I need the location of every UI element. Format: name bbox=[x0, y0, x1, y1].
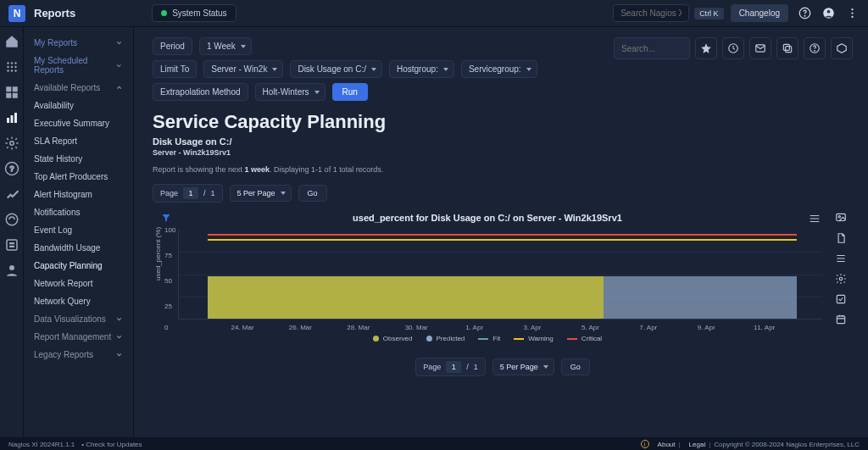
perpage-select[interactable]: 5 Per Page bbox=[230, 185, 292, 202]
chart-list-icon[interactable] bbox=[834, 252, 848, 265]
chart-calendar-icon[interactable] bbox=[834, 313, 848, 326]
favorite-icon[interactable] bbox=[695, 37, 717, 59]
go-button[interactable]: Go bbox=[561, 358, 590, 375]
svg-rect-21 bbox=[10, 115, 13, 123]
pager-top: Page / 1 bbox=[153, 184, 223, 203]
chart-filter-icon[interactable] bbox=[161, 213, 171, 225]
sidebar-item-state-history[interactable]: State History bbox=[24, 150, 133, 168]
svg-point-3 bbox=[826, 10, 830, 14]
sidebar-item-alert-histogram[interactable]: Alert Histogram bbox=[24, 186, 133, 203]
report-description: Report is showing the next 1 week. Displ… bbox=[153, 165, 853, 174]
svg-point-5 bbox=[851, 12, 853, 14]
sidebar-section-dataviz[interactable]: Data Visualizations bbox=[24, 310, 133, 328]
legend-predicted[interactable]: Predicted bbox=[426, 335, 465, 342]
sidebar-section-report-mgmt[interactable]: Report Management bbox=[24, 328, 133, 346]
svg-point-23 bbox=[9, 142, 14, 146]
sidebar-item-capacity-planning[interactable]: Capacity Planning bbox=[24, 257, 133, 275]
chart-checkbox-icon[interactable] bbox=[834, 292, 848, 306]
check-updates-link[interactable]: • Check for Updates bbox=[81, 441, 142, 448]
sidebar-item-executive-summary[interactable]: Executive Summary bbox=[24, 114, 133, 132]
x-tick: 24. Mar bbox=[231, 324, 253, 331]
svg-rect-41 bbox=[837, 316, 844, 324]
sidebar-item-top-alert-producers[interactable]: Top Alert Producers bbox=[24, 168, 133, 186]
views-icon[interactable] bbox=[4, 59, 19, 75]
dashboards-icon[interactable] bbox=[4, 85, 19, 100]
legend-observed[interactable]: Observed bbox=[373, 335, 413, 342]
chart-doc-icon[interactable] bbox=[834, 231, 848, 245]
legend-fit[interactable]: Fit bbox=[478, 335, 500, 342]
sidebar-item-network-report[interactable]: Network Report bbox=[24, 275, 133, 292]
pager-sep: / bbox=[203, 189, 206, 197]
email-icon[interactable] bbox=[749, 37, 771, 59]
logo[interactable]: N bbox=[8, 5, 25, 22]
svg-point-6 bbox=[851, 16, 853, 18]
pager-current-input[interactable] bbox=[446, 361, 461, 373]
sidebar-section-available[interactable]: Available Reports bbox=[24, 79, 133, 97]
legend-warning[interactable]: Warning bbox=[514, 335, 554, 342]
sidebar-item-sla-report[interactable]: SLA Report bbox=[24, 132, 133, 150]
help-rail-icon[interactable]: ? bbox=[4, 161, 19, 176]
copy-icon[interactable] bbox=[776, 37, 798, 59]
info-icon[interactable]: i bbox=[641, 440, 649, 448]
period-select[interactable]: 1 Week bbox=[199, 37, 252, 55]
account-rail-icon[interactable] bbox=[4, 263, 19, 278]
configure-icon[interactable] bbox=[4, 136, 19, 151]
svg-point-7 bbox=[7, 62, 8, 64]
footer-about[interactable]: About bbox=[658, 441, 676, 448]
sidebar-item-event-log[interactable]: Event Log bbox=[24, 221, 133, 239]
svg-point-14 bbox=[10, 69, 12, 71]
svg-text:?: ? bbox=[9, 164, 14, 173]
sidebar-section-my-reports[interactable]: My Reports bbox=[24, 34, 133, 52]
page-module-title: Reports bbox=[34, 7, 75, 19]
topbar: N Reports System Status Ctrl K Changelog bbox=[0, 0, 868, 27]
chart-settings-icon[interactable] bbox=[834, 272, 848, 286]
reports-icon[interactable] bbox=[4, 110, 19, 125]
changelog-button[interactable]: Changelog bbox=[731, 4, 788, 22]
enterprise-icon[interactable] bbox=[4, 237, 19, 253]
sidebar-item-notifications[interactable]: Notifications bbox=[24, 203, 133, 221]
svg-rect-27 bbox=[7, 240, 17, 250]
pager-current-input[interactable] bbox=[183, 187, 198, 199]
server-select[interactable]: Server - Win2k bbox=[203, 60, 283, 78]
svg-point-8 bbox=[10, 62, 12, 64]
help-icon[interactable] bbox=[797, 6, 812, 21]
admin-icon[interactable] bbox=[4, 212, 19, 227]
x-tick: 11. Apr bbox=[754, 324, 775, 331]
system-status-pill[interactable]: System Status bbox=[152, 4, 236, 22]
sidebar-item-bandwidth-usage[interactable]: Bandwidth Usage bbox=[24, 239, 133, 257]
report-search-input[interactable] bbox=[614, 37, 690, 59]
home-icon[interactable] bbox=[4, 34, 19, 49]
svg-point-15 bbox=[14, 69, 16, 71]
run-button[interactable]: Run bbox=[332, 83, 368, 101]
disk-select[interactable]: Disk Usage on C:/ bbox=[290, 60, 382, 78]
hostgroup-select[interactable]: Hostgroup: bbox=[389, 60, 454, 78]
svg-rect-33 bbox=[786, 47, 792, 53]
plot[interactable] bbox=[178, 230, 822, 319]
svg-rect-34 bbox=[783, 44, 789, 50]
sidebar-section-legacy[interactable]: Legacy Reports bbox=[24, 346, 133, 364]
user-icon[interactable] bbox=[821, 6, 836, 21]
sidebar-item-network-query[interactable]: Network Query bbox=[24, 292, 133, 310]
kebab-menu-icon[interactable] bbox=[844, 6, 860, 21]
legend-critical[interactable]: Critical bbox=[567, 335, 602, 342]
x-tick: 26. Mar bbox=[289, 324, 312, 331]
subtitle-service: Disk Usage on C:/ bbox=[153, 136, 853, 147]
extrapolation-select[interactable]: Holt-Winters bbox=[255, 83, 326, 101]
sidebar-item-availability[interactable]: Availability bbox=[24, 97, 133, 114]
global-search-input[interactable] bbox=[613, 4, 689, 22]
sidebar-label: My Scheduled Reports bbox=[34, 56, 115, 75]
go-button[interactable]: Go bbox=[298, 185, 327, 202]
series-warning bbox=[208, 239, 797, 241]
sidebar-label: Data Visualizations bbox=[34, 314, 106, 324]
dashlet-icon[interactable] bbox=[831, 37, 853, 59]
tools-icon[interactable] bbox=[4, 186, 19, 202]
footer-legal[interactable]: Legal bbox=[689, 441, 706, 448]
sidebar-section-scheduled[interactable]: My Scheduled Reports bbox=[24, 52, 133, 79]
help-report-icon[interactable] bbox=[804, 37, 826, 59]
chart-menu-icon[interactable] bbox=[809, 213, 821, 226]
schedule-icon[interactable] bbox=[722, 37, 744, 59]
chart-image-icon[interactable] bbox=[834, 211, 848, 225]
perpage-select[interactable]: 5 Per Page bbox=[492, 358, 554, 375]
x-tick: 1. Apr bbox=[465, 324, 483, 331]
servicegroup-select[interactable]: Servicegroup: bbox=[461, 60, 537, 78]
